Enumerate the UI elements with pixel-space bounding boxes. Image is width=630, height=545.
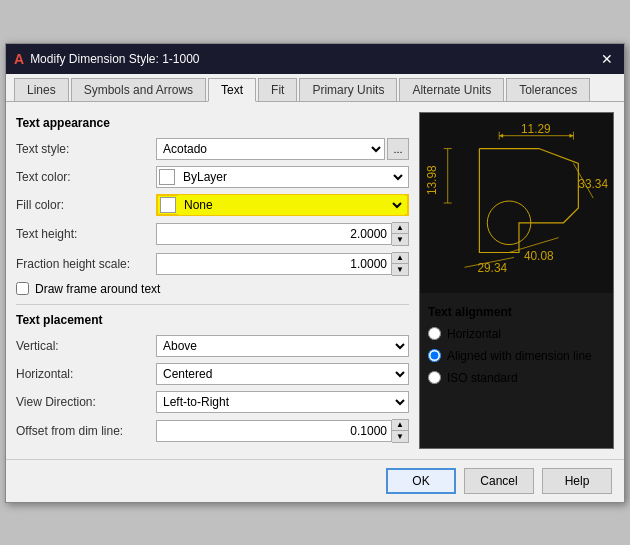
- help-button[interactable]: Help: [542, 468, 612, 494]
- svg-text:29.34: 29.34: [477, 261, 507, 275]
- vertical-row: Vertical: Above: [16, 335, 409, 357]
- iso-radio-row: ISO standard: [428, 371, 605, 385]
- tab-symbols-arrows[interactable]: Symbols and Arrows: [71, 78, 206, 101]
- svg-text:40.08: 40.08: [524, 249, 554, 263]
- close-button[interactable]: ✕: [598, 50, 616, 68]
- tab-text[interactable]: Text: [208, 78, 256, 102]
- fill-color-label: Fill color:: [16, 198, 156, 212]
- horizontal-label: Horizontal:: [16, 367, 156, 381]
- ok-button[interactable]: OK: [386, 468, 456, 494]
- svg-text:33.34: 33.34: [578, 177, 608, 191]
- fraction-height-control: 1.0000 ▲ ▼: [156, 252, 409, 276]
- aligned-radio-row: Aligned with dimension line: [428, 349, 605, 363]
- horizontal-select[interactable]: Centered: [156, 363, 409, 385]
- text-style-select[interactable]: Acotado: [156, 138, 385, 160]
- text-placement-header: Text placement: [16, 313, 409, 327]
- view-direction-row: View Direction: Left-to-Right: [16, 391, 409, 413]
- text-style-browse-button[interactable]: ...: [387, 138, 409, 160]
- text-style-control: Acotado ...: [156, 138, 409, 160]
- horizontal-radio-row: Horizontal: [428, 327, 605, 341]
- fill-color-select[interactable]: None: [178, 195, 405, 215]
- offset-label: Offset from dim line:: [16, 424, 156, 438]
- left-panel: Text appearance Text style: Acotado ... …: [16, 112, 409, 449]
- right-panel: 11.29 13.98 29.34: [419, 112, 614, 449]
- offset-row: Offset from dim line: 0.1000 ▲ ▼: [16, 419, 409, 443]
- offset-input[interactable]: 0.1000: [156, 420, 392, 442]
- app-icon: A: [14, 51, 24, 67]
- vertical-control: Above: [156, 335, 409, 357]
- tab-primary-units[interactable]: Primary Units: [299, 78, 397, 101]
- text-height-up-button[interactable]: ▲: [392, 223, 408, 234]
- fill-color-select-wrapper: None: [156, 194, 409, 216]
- fill-color-control: None: [156, 194, 409, 216]
- offset-spinner-btns: ▲ ▼: [392, 419, 409, 443]
- view-direction-select[interactable]: Left-to-Right: [156, 391, 409, 413]
- offset-spinner: 0.1000 ▲ ▼: [156, 419, 409, 443]
- fraction-height-up-button[interactable]: ▲: [392, 253, 408, 264]
- tab-tolerances[interactable]: Tolerances: [506, 78, 590, 101]
- text-height-row: Text height: 2.0000 ▲ ▼: [16, 222, 409, 246]
- text-color-control: ByLayer: [156, 166, 409, 188]
- text-alignment-header: Text alignment: [428, 305, 605, 319]
- title-bar: A Modify Dimension Style: 1-1000 ✕: [6, 44, 624, 74]
- offset-control: 0.1000 ▲ ▼: [156, 419, 409, 443]
- horizontal-row: Horizontal: Centered: [16, 363, 409, 385]
- text-height-spinner-btns: ▲ ▼: [392, 222, 409, 246]
- vertical-select[interactable]: Above: [156, 335, 409, 357]
- draw-frame-label: Draw frame around text: [35, 282, 160, 296]
- svg-text:11.29: 11.29: [521, 121, 551, 135]
- text-height-input[interactable]: 2.0000: [156, 223, 392, 245]
- tab-alternate-units[interactable]: Alternate Units: [399, 78, 504, 101]
- text-height-label: Text height:: [16, 227, 156, 241]
- cancel-button[interactable]: Cancel: [464, 468, 534, 494]
- fill-color-row: Fill color: None: [16, 194, 409, 216]
- text-appearance-header: Text appearance: [16, 116, 409, 130]
- offset-down-button[interactable]: ▼: [392, 431, 408, 442]
- text-height-spinner: 2.0000 ▲ ▼: [156, 222, 409, 246]
- iso-radio[interactable]: [428, 371, 441, 384]
- fraction-height-input[interactable]: 1.0000: [156, 253, 392, 275]
- text-alignment-panel: Text alignment Horizontal Aligned with d…: [420, 293, 613, 401]
- text-color-label: Text color:: [16, 170, 156, 184]
- text-height-down-button[interactable]: ▼: [392, 234, 408, 245]
- horizontal-radio[interactable]: [428, 327, 441, 340]
- horizontal-control: Centered: [156, 363, 409, 385]
- tab-lines[interactable]: Lines: [14, 78, 69, 101]
- preview-canvas: 11.29 13.98 29.34: [420, 113, 613, 293]
- horizontal-radio-label: Horizontal: [447, 327, 501, 341]
- fill-color-box: [160, 197, 176, 213]
- text-style-row: Text style: Acotado ...: [16, 138, 409, 160]
- text-style-label: Text style:: [16, 142, 156, 156]
- draw-frame-checkbox[interactable]: [16, 282, 29, 295]
- fraction-height-label: Fraction height scale:: [16, 257, 156, 271]
- fraction-height-row: Fraction height scale: 1.0000 ▲ ▼: [16, 252, 409, 276]
- dialog-footer: OK Cancel Help: [6, 459, 624, 502]
- fraction-height-spinner-btns: ▲ ▼: [392, 252, 409, 276]
- view-direction-label: View Direction:: [16, 395, 156, 409]
- tab-bar: Lines Symbols and Arrows Text Fit Primar…: [6, 74, 624, 102]
- offset-up-button[interactable]: ▲: [392, 420, 408, 431]
- aligned-radio[interactable]: [428, 349, 441, 362]
- fraction-height-down-button[interactable]: ▼: [392, 264, 408, 275]
- dialog-content: Text appearance Text style: Acotado ... …: [6, 102, 624, 459]
- modify-dimension-style-dialog: A Modify Dimension Style: 1-1000 ✕ Lines…: [5, 43, 625, 503]
- text-color-box: [159, 169, 175, 185]
- draw-frame-row: Draw frame around text: [16, 282, 409, 296]
- text-color-row: Text color: ByLayer: [16, 166, 409, 188]
- iso-radio-label: ISO standard: [447, 371, 518, 385]
- text-color-select-wrapper: ByLayer: [156, 166, 409, 188]
- view-direction-control: Left-to-Right: [156, 391, 409, 413]
- tab-fit[interactable]: Fit: [258, 78, 297, 101]
- svg-text:13.98: 13.98: [425, 164, 439, 194]
- text-height-control: 2.0000 ▲ ▼: [156, 222, 409, 246]
- fraction-height-spinner: 1.0000 ▲ ▼: [156, 252, 409, 276]
- vertical-label: Vertical:: [16, 339, 156, 353]
- preview-svg: 11.29 13.98 29.34: [420, 113, 613, 293]
- aligned-radio-label: Aligned with dimension line: [447, 349, 592, 363]
- dialog-title: Modify Dimension Style: 1-1000: [30, 52, 592, 66]
- text-color-select[interactable]: ByLayer: [177, 167, 406, 187]
